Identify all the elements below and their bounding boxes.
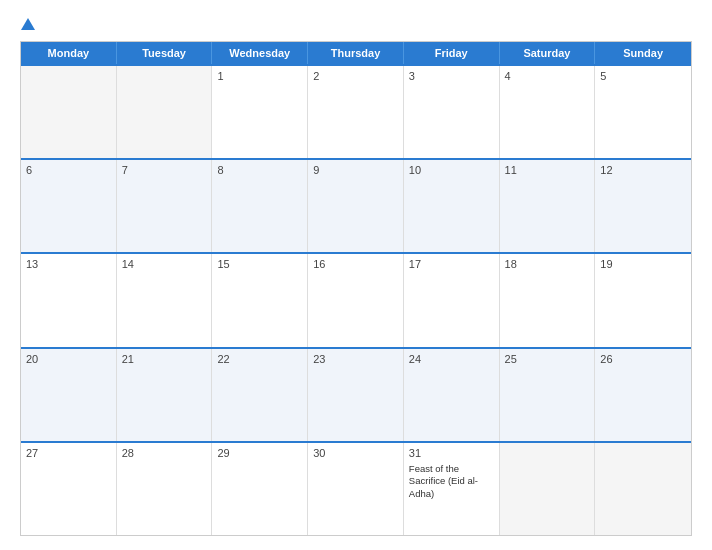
day-number: 5 [600, 70, 686, 82]
cal-cell-w1-d6: 4 [500, 66, 596, 158]
day-number: 1 [217, 70, 302, 82]
day-number: 23 [313, 353, 398, 365]
cal-cell-w2-d7: 12 [595, 160, 691, 252]
cal-cell-w3-d4: 16 [308, 254, 404, 346]
cal-cell-w4-d4: 23 [308, 349, 404, 441]
header-saturday: Saturday [500, 42, 596, 64]
cal-cell-w5-d2: 28 [117, 443, 213, 535]
cal-cell-w3-d6: 18 [500, 254, 596, 346]
cal-cell-w3-d1: 13 [21, 254, 117, 346]
week-row-4: 20212223242526 [21, 347, 691, 441]
day-number: 31 [409, 447, 494, 459]
day-number: 7 [122, 164, 207, 176]
day-number: 12 [600, 164, 686, 176]
cal-cell-w2-d2: 7 [117, 160, 213, 252]
calendar-header: Monday Tuesday Wednesday Thursday Friday… [21, 42, 691, 64]
header-tuesday: Tuesday [117, 42, 213, 64]
cal-cell-w4-d7: 26 [595, 349, 691, 441]
day-number: 28 [122, 447, 207, 459]
day-number: 14 [122, 258, 207, 270]
header-thursday: Thursday [308, 42, 404, 64]
day-number: 8 [217, 164, 302, 176]
header-wednesday: Wednesday [212, 42, 308, 64]
cal-cell-w1-d5: 3 [404, 66, 500, 158]
day-number: 26 [600, 353, 686, 365]
day-number: 19 [600, 258, 686, 270]
day-number: 6 [26, 164, 111, 176]
header-monday: Monday [21, 42, 117, 64]
cal-cell-w1-d1 [21, 66, 117, 158]
cal-cell-w1-d7: 5 [595, 66, 691, 158]
day-number: 22 [217, 353, 302, 365]
cal-cell-w2-d5: 10 [404, 160, 500, 252]
day-number: 29 [217, 447, 302, 459]
cal-cell-w3-d5: 17 [404, 254, 500, 346]
cal-cell-w1-d4: 2 [308, 66, 404, 158]
cal-cell-w4-d6: 25 [500, 349, 596, 441]
day-number: 17 [409, 258, 494, 270]
day-number: 21 [122, 353, 207, 365]
cal-cell-w5-d1: 27 [21, 443, 117, 535]
day-number: 18 [505, 258, 590, 270]
cal-cell-w2-d4: 9 [308, 160, 404, 252]
cal-cell-w4-d1: 20 [21, 349, 117, 441]
cal-cell-w2-d3: 8 [212, 160, 308, 252]
logo [20, 18, 35, 31]
cal-cell-w2-d6: 11 [500, 160, 596, 252]
cal-cell-w3-d2: 14 [117, 254, 213, 346]
day-number: 13 [26, 258, 111, 270]
header-sunday: Sunday [595, 42, 691, 64]
cal-cell-w1-d3: 1 [212, 66, 308, 158]
week-row-2: 6789101112 [21, 158, 691, 252]
cal-cell-w3-d3: 15 [212, 254, 308, 346]
week-row-3: 13141516171819 [21, 252, 691, 346]
day-number: 20 [26, 353, 111, 365]
day-number: 3 [409, 70, 494, 82]
cal-cell-w4-d3: 22 [212, 349, 308, 441]
cal-cell-w5-d7 [595, 443, 691, 535]
week-row-5: 2728293031Feast of the Sacrifice (Eid al… [21, 441, 691, 535]
day-number: 30 [313, 447, 398, 459]
day-number: 2 [313, 70, 398, 82]
cal-cell-w5-d5: 31Feast of the Sacrifice (Eid al-Adha) [404, 443, 500, 535]
page: Monday Tuesday Wednesday Thursday Friday… [0, 0, 712, 550]
day-number: 4 [505, 70, 590, 82]
cal-cell-w1-d2 [117, 66, 213, 158]
day-number: 16 [313, 258, 398, 270]
cal-cell-w4-d2: 21 [117, 349, 213, 441]
cal-cell-w4-d5: 24 [404, 349, 500, 441]
day-number: 24 [409, 353, 494, 365]
calendar: Monday Tuesday Wednesday Thursday Friday… [20, 41, 692, 536]
cal-cell-w5-d3: 29 [212, 443, 308, 535]
calendar-body: 1234567891011121314151617181920212223242… [21, 64, 691, 535]
header [20, 18, 692, 31]
header-friday: Friday [404, 42, 500, 64]
day-number: 15 [217, 258, 302, 270]
day-number: 27 [26, 447, 111, 459]
day-number: 11 [505, 164, 590, 176]
day-number: 25 [505, 353, 590, 365]
day-number: 10 [409, 164, 494, 176]
cal-cell-w3-d7: 19 [595, 254, 691, 346]
week-row-1: 12345 [21, 64, 691, 158]
cal-cell-w5-d4: 30 [308, 443, 404, 535]
cal-cell-w5-d6 [500, 443, 596, 535]
day-number: 9 [313, 164, 398, 176]
cal-cell-w2-d1: 6 [21, 160, 117, 252]
logo-triangle-icon [21, 18, 35, 30]
event-label: Feast of the Sacrifice (Eid al-Adha) [409, 463, 494, 500]
